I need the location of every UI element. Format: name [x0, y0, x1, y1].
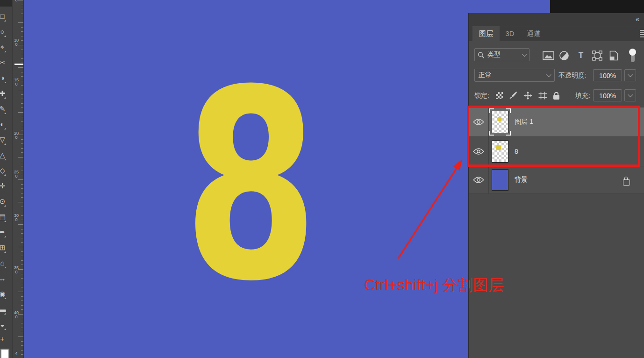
- panel-tabs: 图层 3D 通道: [469, 26, 644, 41]
- lock-image-pixels-icon[interactable]: [509, 91, 517, 100]
- chevron-down-icon: [522, 51, 527, 57]
- ruler-label: 0: [14, 0, 19, 2]
- pixel-layer-filter-icon[interactable]: [542, 50, 555, 61]
- collapse-panel-icon[interactable]: «: [636, 15, 639, 23]
- visibility-toggle[interactable]: [469, 166, 489, 193]
- ruler-label: 350: [14, 266, 19, 274]
- filter-toggle[interactable]: [629, 49, 637, 63]
- tool-icon[interactable]: ○: [0, 28, 7, 36]
- foreground-color-swatch[interactable]: [0, 349, 9, 358]
- ruler-label: 100: [14, 38, 19, 46]
- blend-mode-value: 正常: [479, 71, 547, 79]
- ruler-label: 4: [14, 351, 19, 356]
- layer-row-background[interactable]: 背景: [469, 166, 644, 194]
- tool-icon[interactable]: ✂: [0, 58, 7, 67]
- layer-name[interactable]: 背景: [515, 166, 528, 193]
- smart-object-filter-icon[interactable]: [608, 50, 619, 61]
- tool-icon[interactable]: ◉: [0, 290, 7, 298]
- tool-icon[interactable]: ✎: [0, 105, 7, 113]
- tool-icon[interactable]: +: [0, 335, 7, 343]
- tab-layers[interactable]: 图层: [472, 26, 500, 41]
- tool-icon[interactable]: ⌖: [0, 43, 7, 51]
- fill-label: 填充:: [575, 92, 590, 100]
- tool-icon[interactable]: ▤: [0, 213, 7, 221]
- canvas-digit-8: 8: [184, 55, 284, 317]
- opacity-dropdown-button[interactable]: [624, 69, 636, 81]
- fill-dropdown-button[interactable]: [624, 89, 636, 101]
- tool-icon[interactable]: ⌂: [0, 259, 7, 267]
- opacity-label: 不透明度:: [558, 72, 587, 80]
- layer-thumbnail[interactable]: [492, 169, 508, 191]
- lock-artboard-icon[interactable]: [538, 92, 547, 100]
- tool-icon[interactable]: ▬: [0, 305, 7, 314]
- blend-mode-dropdown[interactable]: 正常: [474, 69, 555, 82]
- toolbar-top-shadow: [0, 0, 12, 7]
- tool-icon[interactable]: ◐: [0, 120, 7, 129]
- tool-icon[interactable]: ◇: [0, 166, 7, 175]
- photoshop-window: 8 □○⌖✂◑✚✎◐▽△◇✛⊙▤✒⊞⌂↔◉▬◒+ 010015020025030…: [0, 0, 644, 358]
- lock-position-icon[interactable]: [523, 91, 532, 100]
- lock-label: 锁定:: [474, 92, 489, 100]
- layer-filter-search[interactable]: 类型: [474, 48, 530, 61]
- tool-icon[interactable]: □: [0, 12, 7, 21]
- chevron-down-icon: [546, 72, 551, 77]
- annotation-highlight-rectangle: [467, 106, 640, 167]
- shape-layer-filter-icon[interactable]: [591, 50, 603, 61]
- tool-icon[interactable]: ⊙: [0, 197, 7, 206]
- ruler-label: 150: [14, 78, 19, 86]
- adjustment-layer-filter-icon[interactable]: [558, 50, 570, 61]
- panel-header: «: [469, 13, 644, 26]
- tool-icon[interactable]: ◒: [0, 321, 7, 329]
- ruler-label: 200: [14, 131, 19, 139]
- divider: [469, 105, 644, 105]
- fill-input[interactable]: 100%: [593, 89, 622, 101]
- annotation-text: Ctrl+shift+j 分割图层: [364, 275, 504, 296]
- opacity-input[interactable]: 100%: [593, 69, 622, 81]
- tab-channels[interactable]: 通道: [520, 26, 547, 41]
- tool-icon[interactable]: ↔: [0, 274, 7, 283]
- filter-type-label: 类型: [487, 50, 520, 59]
- vertical-ruler: 01001502002503003504004: [13, 0, 24, 358]
- ruler-cursor-marker: [14, 64, 23, 65]
- ruler-label: 300: [14, 214, 19, 222]
- ruler-label: 400: [14, 311, 19, 319]
- layer-lock-icon: [623, 179, 630, 186]
- window-background: [550, 0, 644, 13]
- tool-icon[interactable]: ✛: [0, 182, 7, 190]
- eye-icon: [473, 176, 484, 184]
- tool-icon[interactable]: ▽: [0, 136, 7, 144]
- layers-panel: « 图层 3D 通道 类型: [468, 13, 644, 358]
- lock-transparent-pixels-icon[interactable]: [496, 92, 503, 99]
- tool-icon[interactable]: △: [0, 151, 7, 159]
- tool-icon[interactable]: ⊞: [0, 243, 7, 252]
- ruler-label: 250: [14, 170, 19, 178]
- lock-all-icon[interactable]: [553, 95, 559, 100]
- tool-icon[interactable]: ◑: [0, 74, 7, 82]
- panel-menu-icon[interactable]: [640, 30, 644, 38]
- tool-icon[interactable]: ✚: [0, 89, 7, 98]
- search-icon: [478, 51, 485, 58]
- tool-icon[interactable]: ✒: [0, 228, 7, 236]
- lock-buttons: [496, 90, 559, 101]
- tab-3d[interactable]: 3D: [500, 26, 520, 41]
- tools-toolbar: □○⌖✂◑✚✎◐▽△◇✛⊙▤✒⊞⌂↔◉▬◒+: [0, 0, 13, 358]
- type-layer-filter-icon[interactable]: T: [575, 50, 587, 61]
